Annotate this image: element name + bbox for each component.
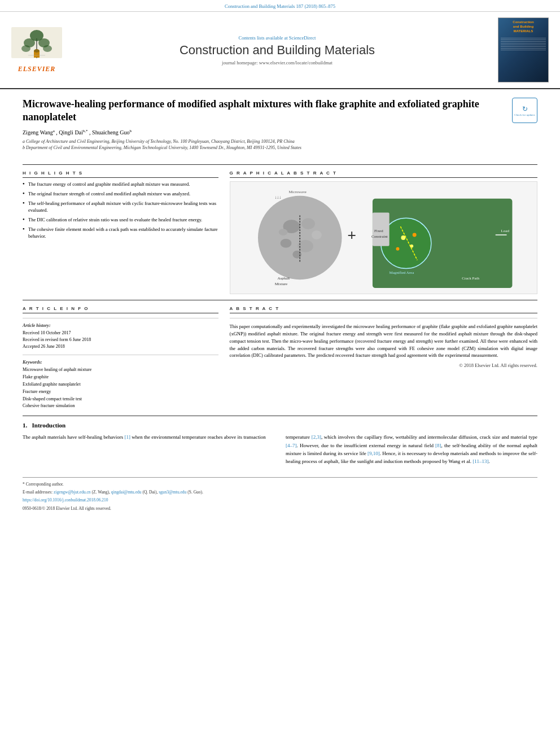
authors-line: Zigeng Wanga , Qingli Daib,* , Shuaichen… — [23, 129, 506, 136]
svg-point-16 — [312, 231, 322, 240]
article-dates: Received 10 October 2017 Received in rev… — [23, 330, 218, 350]
cover-label: Construction and Building MATERIALS — [513, 20, 533, 33]
section-number: 1. — [23, 422, 27, 429]
svg-point-36 — [412, 233, 416, 237]
ref-4-7[interactable]: [4–7] — [286, 443, 297, 448]
sciencedirect-text: ScienceDirect — [289, 35, 316, 41]
author-qingli-sup: b,* — [83, 129, 88, 133]
graphical-abstract-svg: ↓↓↓ Microwave Asphalt Mixture + Fixed Co… — [230, 182, 537, 294]
main-content: Microwave-healing performance of modifie… — [0, 89, 560, 522]
email-zigeng-name: (Z. Wang), — [92, 490, 110, 495]
introduction-body: The asphalt materials have self-healing … — [23, 433, 537, 466]
highlights-column: H I G H L I G H T S The fracture energy … — [23, 171, 218, 294]
svg-point-8 — [34, 49, 40, 53]
keyword-6: Cohesive fracture simulation — [23, 403, 218, 410]
journal-title: Construction and Building Materials — [62, 43, 492, 58]
highlight-item-1: The fracture energy of control and graph… — [23, 181, 218, 188]
sciencedirect-link[interactable]: Contents lists available at ScienceDirec… — [62, 35, 492, 41]
svg-point-17 — [278, 229, 287, 236]
svg-text:Asphalt: Asphalt — [277, 277, 290, 281]
ref-8[interactable]: [8] — [435, 443, 441, 448]
svg-text:+: + — [347, 226, 356, 244]
journal-ref-text: Construction and Building Materials 187 … — [225, 3, 335, 9]
highlight-item-2: The original fracture strength of contro… — [23, 191, 218, 198]
author-zigeng: Zigeng Wang — [23, 129, 53, 136]
elsevier-tree-icon — [11, 27, 62, 64]
svg-point-6 — [43, 45, 52, 52]
graphical-abstract-label: G R A P H I C A L A B S T R A C T — [230, 171, 537, 178]
ref-2-3[interactable]: [2,3] — [312, 434, 321, 440]
author-shuaicheng-sup: b — [129, 129, 132, 133]
info-abstract-section: A R T I C L E I N F O Article history: R… — [23, 306, 537, 410]
body-separator — [23, 416, 537, 416]
svg-point-12 — [301, 219, 315, 230]
section-separator-2 — [23, 300, 537, 300]
intro-paragraph-left: The asphalt materials have self-healing … — [23, 433, 274, 441]
article-info-column: A R T I C L E I N F O Article history: R… — [23, 306, 218, 410]
svg-text:Magnified Area: Magnified Area — [389, 271, 414, 275]
highlights-list: The fracture energy of control and graph… — [23, 181, 218, 239]
received-date: Received 10 October 2017 — [23, 330, 218, 337]
accepted-date: Accepted 26 June 2018 — [23, 343, 218, 350]
keyword-1: Microwave healing of asphalt mixture — [23, 366, 218, 374]
journal-cover-thumbnail: Construction and Building MATERIALS — [492, 18, 549, 82]
keyword-2: Flake graphite — [23, 374, 218, 381]
article-separator — [23, 164, 537, 165]
check-updates-icon: ↻ — [522, 105, 528, 113]
article-info-label: A R T I C L E I N F O — [23, 306, 218, 313]
ref-9-10[interactable]: [9,10] — [368, 451, 380, 456]
doi-line: https://doi.org/10.1016/j.conbuildmat.20… — [23, 497, 537, 503]
highlights-graphical-section: H I G H L I G H T S The fracture energy … — [23, 171, 537, 294]
author-qingli: , Qingli Dai — [56, 129, 83, 136]
check-updates-badge: ↻ Check for updates — [512, 98, 537, 123]
email-sgun-link[interactable]: sgun3@mtu.edu — [159, 490, 186, 495]
keyword-3: Exfoliated graphite nanoplatelet — [23, 381, 218, 388]
highlight-item-3: The self-healing performance of asphalt … — [23, 200, 218, 214]
keywords-separator — [23, 355, 218, 355]
svg-text:Constraint: Constraint — [371, 234, 387, 238]
info-separator — [23, 318, 218, 318]
corresponding-star: * Corresponding author. — [23, 482, 64, 487]
issn-line: 0950-0618/© 2018 Elsevier Ltd. All right… — [23, 505, 537, 512]
email-qingli-name: (Q. Dai), — [142, 490, 158, 495]
article-title-area: Microwave-healing performance of modifie… — [23, 98, 506, 154]
graphical-abstract-column: G R A P H I C A L A B S T R A C T — [230, 171, 537, 294]
introduction-col-right: temperature [2,3], which involves the ca… — [286, 433, 537, 466]
article-history-label: Article history: — [23, 323, 218, 328]
abstract-label: A B S T R A C T — [230, 306, 537, 313]
article-title: Microwave-healing performance of modifie… — [23, 98, 506, 124]
article-footer: * Corresponding author. E-mail addresses… — [23, 477, 537, 512]
graphical-abstract-image: ↓↓↓ Microwave Asphalt Mixture + Fixed Co… — [230, 181, 537, 294]
highlight-item-4: The DIC calibration of relative strain r… — [23, 217, 218, 224]
abstract-column: A B S T R A C T This paper computational… — [230, 306, 537, 410]
email-line: E-mail addresses: zigengw@bjut.edu.cn (Z… — [23, 489, 537, 495]
journal-center-info: Contents lists available at ScienceDirec… — [62, 35, 492, 65]
email-sgun-name: (S. Guo). — [187, 490, 203, 495]
doi-link[interactable]: https://doi.org/10.1016/j.conbuildmat.20… — [23, 497, 108, 503]
issn-text: 0950-0618/© 2018 Elsevier Ltd. All right… — [23, 506, 111, 511]
introduction-col-left: The asphalt materials have self-healing … — [23, 433, 274, 466]
corresponding-author-note: * Corresponding author. — [23, 481, 537, 487]
email-qingli-link[interactable]: qingdai@mtu.edu — [111, 490, 142, 495]
highlight-item-5: The cohesive finite element model with a… — [23, 226, 218, 240]
affiliation-a: a College of Architecture and Civil Engi… — [23, 138, 506, 151]
svg-text:↓↓↓: ↓↓↓ — [274, 195, 281, 200]
keywords-list: Microwave healing of asphalt mixture Fla… — [23, 366, 218, 410]
keyword-4: Fracture energy — [23, 388, 218, 396]
cover-image: Construction and Building MATERIALS — [498, 18, 549, 82]
email-label: E-mail addresses: — [23, 490, 53, 495]
svg-text:Crack Path: Crack Path — [462, 277, 479, 281]
keyword-5: Disk-shaped compact tensile test — [23, 396, 218, 403]
revised-date: Received in revised form 6 June 2018 — [23, 337, 218, 343]
copyright-text: © 2018 Elsevier Ltd. All rights reserved… — [230, 362, 537, 368]
elsevier-logo: ELSEVIER — [11, 27, 62, 73]
ref-1[interactable]: [1] — [124, 434, 130, 440]
author-zigeng-sup: a — [53, 129, 55, 133]
email-zigeng-link[interactable]: zigengw@bjut.edu.cn — [54, 490, 91, 495]
homepage-label: journal homepage: www.elsevier.com/locat… — [222, 60, 333, 65]
svg-text:Fixed: Fixed — [374, 229, 383, 233]
abstract-text: This paper computationally and experimen… — [230, 323, 537, 359]
journal-homepage-url: journal homepage: www.elsevier.com/locat… — [62, 60, 492, 65]
svg-text:Mixture: Mixture — [274, 282, 287, 286]
ref-11-13[interactable]: [11–13] — [473, 458, 488, 464]
